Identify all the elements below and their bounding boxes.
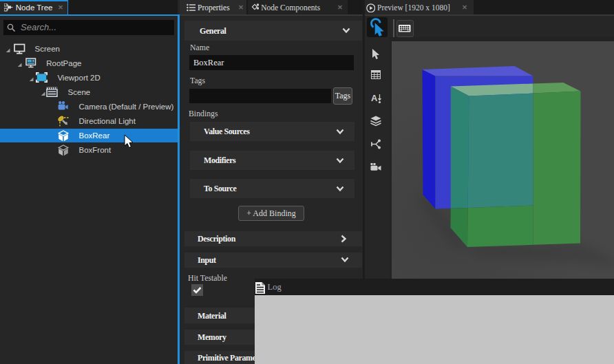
svg-text:A: A (371, 93, 378, 103)
